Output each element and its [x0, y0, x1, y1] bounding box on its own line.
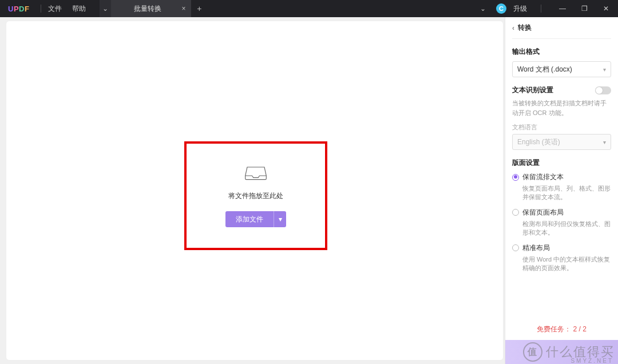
add-file-button[interactable]: 添加文件 ▾ [225, 211, 286, 227]
layout-option-desc: 使用 Word 中的文本框样式恢复精确的页面效果。 [522, 255, 611, 273]
window-minimize-icon[interactable]: — [555, 5, 570, 13]
ocr-hint: 当被转换的文档是扫描文档时请手动开启 OCR 功能。 [512, 98, 611, 117]
main-canvas: 将文件拖放至此处 添加文件 ▾ [6, 21, 504, 361]
radio-icon [512, 174, 519, 181]
layout-option-label: 保留页面布局 [522, 208, 564, 217]
dropzone-text: 将文件拖放至此处 [228, 191, 283, 201]
tab-add-button[interactable]: + [191, 0, 207, 17]
layout-title: 版面设置 [512, 158, 611, 168]
ocr-toggle[interactable] [595, 86, 611, 94]
tab-label: 批量转换 [122, 4, 172, 14]
menu-help[interactable]: 帮助 [72, 4, 86, 14]
separator [541, 5, 541, 13]
radio-icon [512, 244, 519, 251]
tab-batch-convert[interactable]: 批量转换 × [111, 0, 191, 17]
layout-option-label: 保留流排文本 [522, 172, 564, 182]
output-format-select[interactable]: Word 文档 (.docx) ▾ [512, 61, 611, 77]
user-avatar[interactable]: C [496, 3, 506, 14]
dropzone[interactable]: 将文件拖放至此处 添加文件 ▾ [184, 141, 327, 250]
ocr-lang-value: English (英语) [517, 137, 560, 147]
watermark-sub: SMYZ.NET [571, 358, 613, 364]
inbox-icon [244, 164, 267, 183]
section-output-format: 输出格式 Word 文档 (.docx) ▾ [512, 47, 611, 77]
upgrade-button[interactable]: 升级 [513, 4, 527, 14]
free-tasks-counter: 免费任务： 2 / 2 [512, 319, 611, 340]
chevron-down-icon: ⌄ [102, 5, 108, 13]
app-logo: UPDF [8, 5, 29, 13]
layout-option-desc: 恢复页面布局、列、格式、图形并保留文本流。 [522, 184, 611, 202]
output-format-value: Word 文档 (.docx) [517, 65, 572, 74]
radio-icon [512, 209, 519, 216]
section-layout: 版面设置 保留流排文本 恢复页面布局、列、格式、图形并保留文本流。 保留页面布局… [512, 158, 611, 278]
add-file-dropdown-icon[interactable]: ▾ [274, 211, 286, 227]
layout-option-flow[interactable]: 保留流排文本 [512, 172, 611, 182]
ocr-title: 文本识别设置 [512, 85, 553, 95]
output-format-title: 输出格式 [512, 47, 611, 57]
window-close-icon[interactable]: ✕ [599, 5, 613, 13]
add-file-button-label: 添加文件 [225, 211, 274, 227]
window-restore-icon[interactable]: ❐ [577, 5, 592, 13]
settings-panel: ‹ 转换 输出格式 Word 文档 (.docx) ▾ 文本识别设置 当被转换的… [505, 17, 618, 364]
chevron-down-icon: ▾ [603, 139, 606, 145]
tab-close-icon[interactable]: × [181, 5, 185, 13]
layout-option-exact[interactable]: 精准布局 [512, 243, 611, 253]
chevron-left-icon: ‹ [512, 24, 514, 32]
panel-title: 转换 [518, 23, 532, 33]
ocr-lang-select[interactable]: English (英语) ▾ [512, 134, 611, 150]
title-bar: UPDF 文件 帮助 ⌄ 批量转换 × + ⌄ C 升级 — ❐ ✕ [0, 0, 618, 17]
separator [41, 5, 41, 13]
tab-prev-button[interactable]: ⌄ [100, 0, 111, 17]
tabs-overflow-icon[interactable]: ⌄ [477, 5, 489, 13]
canvas-outer: 将文件拖放至此处 添加文件 ▾ [0, 17, 505, 364]
menu-file[interactable]: 文件 [48, 4, 62, 14]
layout-option-page[interactable]: 保留页面布局 [512, 208, 611, 217]
layout-option-label: 精准布局 [522, 243, 550, 253]
layout-option-desc: 检测布局和列但仅恢复格式、图形和文本。 [522, 220, 611, 238]
workspace: 将文件拖放至此处 添加文件 ▾ ‹ 转换 输出格式 Word 文档 (.docx… [0, 17, 618, 364]
tab-region: ⌄ 批量转换 × + [100, 0, 207, 17]
titlebar-right: ⌄ C 升级 — ❐ ✕ [477, 3, 613, 14]
panel-back[interactable]: ‹ 转换 [512, 23, 611, 39]
ocr-lang-label: 文档语言 [512, 123, 611, 132]
chevron-down-icon: ▾ [603, 66, 606, 73]
section-ocr: 文本识别设置 当被转换的文档是扫描文档时请手动开启 OCR 功能。 文档语言 E… [512, 85, 611, 150]
